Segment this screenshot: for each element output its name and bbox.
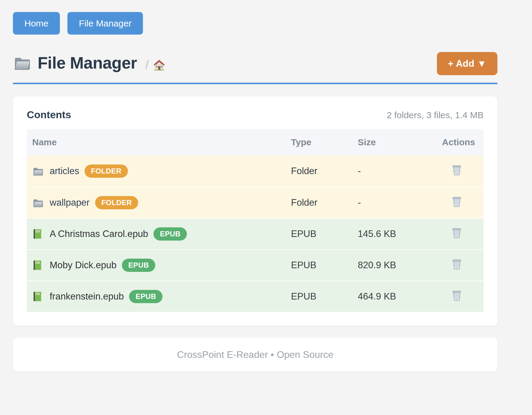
name-cell: frankenstein.epub EPUB	[27, 290, 287, 303]
type-badge: EPUB	[153, 227, 187, 241]
column-header-name: Name	[27, 137, 287, 147]
trash-icon	[450, 226, 463, 239]
delete-button[interactable]	[450, 289, 463, 302]
table-row[interactable]: Moby Dick.epub EPUB EPUB 820.9 KB	[27, 249, 484, 281]
file-name: wallpaper	[50, 197, 90, 208]
type-cell: Folder	[287, 166, 354, 177]
footer: CrossPoint E-Reader • Open Source	[13, 338, 497, 371]
contents-card: Contents 2 folders, 3 files, 1.4 MB Name…	[13, 96, 497, 326]
book-icon	[32, 228, 44, 240]
type-cell: EPUB	[287, 260, 354, 271]
type-cell: EPUB	[287, 229, 354, 239]
folder-icon	[32, 165, 44, 177]
size-cell: -	[354, 166, 438, 177]
folder-icon	[13, 54, 31, 72]
contents-heading: Contents	[27, 109, 71, 121]
file-name: A Christmas Carol.epub	[50, 229, 148, 239]
column-header-actions: Actions	[438, 137, 484, 147]
breadcrumb-separator: /	[145, 59, 149, 72]
footer-text: CrossPoint E-Reader • Open Source	[177, 349, 333, 360]
name-cell: articles FOLDER	[27, 164, 287, 178]
add-button[interactable]: + Add ▼	[437, 52, 497, 75]
trash-icon	[450, 289, 463, 302]
book-icon	[32, 291, 44, 302]
file-name: articles	[50, 166, 79, 177]
file-name: frankenstein.epub	[50, 291, 124, 302]
type-cell: EPUB	[287, 291, 354, 302]
type-badge: FOLDER	[85, 164, 128, 178]
name-cell: A Christmas Carol.epub EPUB	[27, 227, 287, 241]
actions-cell	[438, 195, 484, 210]
delete-button[interactable]	[450, 258, 463, 270]
actions-cell	[438, 164, 484, 179]
book-icon	[32, 260, 44, 271]
trash-icon	[450, 195, 463, 208]
size-cell: 464.9 KB	[354, 291, 438, 302]
table-row[interactable]: frankenstein.epub EPUB EPUB 464.9 KB	[27, 281, 484, 312]
top-nav: Home File Manager	[13, 0, 497, 35]
delete-button[interactable]	[450, 164, 463, 176]
table-row[interactable]: A Christmas Carol.epub EPUB EPUB 145.6 K…	[27, 218, 484, 249]
name-cell: Moby Dick.epub EPUB	[27, 259, 287, 272]
actions-cell	[438, 258, 484, 273]
file-name: Moby Dick.epub	[50, 260, 116, 271]
type-badge: EPUB	[129, 290, 162, 303]
page-container: Home File Manager File Manager / + Add ▼…	[13, 0, 497, 371]
trash-icon	[450, 258, 463, 270]
breadcrumb: /	[145, 59, 165, 72]
contents-card-header: Contents 2 folders, 3 files, 1.4 MB	[27, 109, 484, 121]
header-divider	[13, 83, 497, 84]
page-header: File Manager / + Add ▼	[13, 53, 497, 72]
table-body: articles FOLDER Folder - wallpaper FOLDE…	[27, 155, 484, 312]
home-icon[interactable]	[153, 59, 165, 71]
page-title: File Manager	[38, 53, 137, 72]
delete-button[interactable]	[450, 226, 463, 239]
type-cell: Folder	[287, 197, 354, 208]
table-row[interactable]: articles FOLDER Folder -	[27, 155, 484, 187]
type-badge: EPUB	[122, 259, 155, 272]
file-manager-button[interactable]: File Manager	[67, 12, 143, 35]
size-cell: 820.9 KB	[354, 260, 438, 271]
column-header-size: Size	[354, 137, 438, 147]
table-header-row: Name Type Size Actions	[27, 129, 484, 155]
folder-icon	[32, 197, 44, 208]
column-header-type: Type	[287, 137, 354, 147]
trash-icon	[450, 164, 463, 176]
home-button[interactable]: Home	[13, 12, 60, 35]
size-cell: -	[354, 197, 438, 208]
contents-summary: 2 folders, 3 files, 1.4 MB	[387, 110, 484, 120]
delete-button[interactable]	[450, 195, 463, 208]
file-table: Name Type Size Actions articles FOLDER F…	[27, 129, 484, 312]
actions-cell	[438, 226, 484, 241]
type-badge: FOLDER	[95, 196, 138, 209]
name-cell: wallpaper FOLDER	[27, 196, 287, 209]
table-row[interactable]: wallpaper FOLDER Folder -	[27, 187, 484, 218]
size-cell: 145.6 KB	[354, 229, 438, 239]
actions-cell	[438, 289, 484, 304]
